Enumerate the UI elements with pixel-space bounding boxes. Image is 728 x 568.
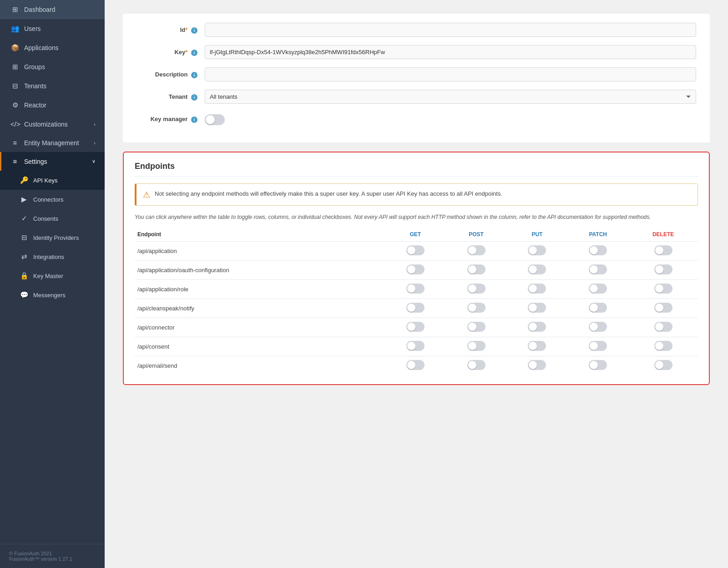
sidebar-item-users[interactable]: 👥 Users: [0, 19, 105, 38]
endpoint-toggle-post[interactable]: [467, 264, 485, 274]
sidebar-item-connectors[interactable]: ▶ Connectors: [0, 190, 105, 209]
tenant-select[interactable]: All tenants Default: [205, 90, 696, 104]
table-row[interactable]: /api/connector: [135, 318, 698, 337]
endpoint-toggle-delete[interactable]: [654, 360, 672, 370]
endpoint-toggle-delete[interactable]: [654, 284, 672, 294]
endpoint-toggle-post[interactable]: [467, 341, 485, 351]
toggle-cell-post: [446, 280, 507, 299]
id-input[interactable]: [205, 23, 696, 37]
sidebar-item-label: Dashboard: [24, 6, 56, 13]
sidebar-item-customizations[interactable]: </> Customizations ›: [0, 115, 105, 133]
endpoint-toggle-post[interactable]: [467, 360, 485, 370]
users-icon: 👥: [10, 25, 20, 33]
endpoint-toggle-get[interactable]: [406, 245, 425, 255]
endpoint-toggle-post[interactable]: [467, 303, 485, 313]
endpoint-toggle-delete[interactable]: [654, 341, 672, 351]
key-input[interactable]: [205, 45, 696, 59]
endpoint-toggle-get[interactable]: [406, 322, 425, 332]
sidebar-item-applications[interactable]: 📦 Applications: [0, 38, 105, 57]
table-row[interactable]: /api/application: [135, 242, 698, 261]
sidebar-footer: © FusionAuth 2021 FusionAuth™ version 1.…: [0, 544, 105, 568]
col-endpoint: Endpoint: [135, 228, 385, 242]
sidebar-item-dashboard[interactable]: ⊞ Dashboard: [0, 0, 105, 19]
id-info-icon[interactable]: i: [191, 27, 197, 34]
toggle-cell-delete: [628, 356, 698, 375]
key-manager-toggle[interactable]: [205, 114, 225, 125]
col-put[interactable]: PUT: [507, 228, 568, 242]
endpoint-toggle-patch[interactable]: [589, 284, 607, 294]
toggle-cell-patch: [567, 242, 628, 261]
sidebar-item-label: Identity Providers: [33, 234, 79, 241]
endpoint-toggle-get[interactable]: [406, 303, 425, 313]
sidebar-item-groups[interactable]: ⊞ Groups: [0, 57, 105, 76]
toggle-cell-patch: [567, 299, 628, 318]
toggle-cell-get: [385, 242, 446, 261]
sidebar-item-settings[interactable]: ≡ Settings ∨: [0, 152, 105, 171]
endpoint-toggle-delete[interactable]: [654, 264, 672, 274]
warning-banner: ⚠ Not selecting any endpoint methods wil…: [135, 183, 698, 206]
sidebar-item-label: Messengers: [33, 292, 66, 299]
toggle-cell-get: [385, 280, 446, 299]
endpoint-toggle-patch[interactable]: [589, 264, 607, 274]
endpoint-toggle-put[interactable]: [528, 264, 546, 274]
toggle-cell-post: [446, 337, 507, 356]
col-post[interactable]: POST: [446, 228, 507, 242]
table-row[interactable]: /api/application/role: [135, 280, 698, 299]
table-row[interactable]: /api/cleanspeak/notify: [135, 299, 698, 318]
endpoint-toggle-get[interactable]: [406, 360, 425, 370]
col-delete[interactable]: DELETE: [628, 228, 698, 242]
endpoint-toggle-delete[interactable]: [654, 322, 672, 332]
sidebar-item-integrations[interactable]: ⇄ Integrations: [0, 247, 105, 266]
key-label: Key* i: [136, 45, 205, 56]
endpoint-toggle-get[interactable]: [406, 284, 425, 294]
description-info-icon[interactable]: i: [191, 72, 197, 78]
sidebar-item-tenants[interactable]: ⊟ Tenants: [0, 76, 105, 96]
toggle-cell-get: [385, 318, 446, 337]
endpoint-toggle-patch[interactable]: [589, 303, 607, 313]
key-info-icon[interactable]: i: [191, 50, 197, 56]
sidebar-item-api-keys[interactable]: 🔑 API Keys: [0, 171, 105, 190]
sidebar-item-key-master[interactable]: 🔒 Key Master: [0, 266, 105, 285]
toggle-cell-get: [385, 337, 446, 356]
endpoint-toggle-patch[interactable]: [589, 322, 607, 332]
endpoint-toggle-put[interactable]: [528, 341, 546, 351]
endpoint-toggle-put[interactable]: [528, 303, 546, 313]
endpoint-toggle-post[interactable]: [467, 322, 485, 332]
endpoint-toggle-post[interactable]: [467, 245, 485, 255]
table-row[interactable]: /api/application/oauth-configuration: [135, 261, 698, 280]
sidebar-item-consents[interactable]: ✓ Consents: [0, 209, 105, 228]
sidebar-item-identity-providers[interactable]: ⊟ Identity Providers: [0, 228, 105, 247]
endpoint-toggle-put[interactable]: [528, 360, 546, 370]
description-input[interactable]: [205, 67, 696, 81]
endpoint-path: /api/consent: [135, 337, 385, 356]
toggle-cell-put: [507, 337, 568, 356]
endpoint-toggle-patch[interactable]: [589, 245, 607, 255]
description-label: Description i: [136, 67, 205, 78]
endpoint-toggle-delete[interactable]: [654, 245, 672, 255]
endpoint-toggle-get[interactable]: [406, 264, 425, 274]
endpoint-toggle-put[interactable]: [528, 322, 546, 332]
key-master-icon: 🔒: [20, 272, 29, 280]
form-section: Id* i Key* i Description i Tenant: [123, 14, 710, 142]
endpoint-toggle-put[interactable]: [528, 284, 546, 294]
sidebar-item-reactor[interactable]: ⚙ Reactor: [0, 96, 105, 115]
toggle-cell-delete: [628, 261, 698, 280]
col-get[interactable]: GET: [385, 228, 446, 242]
sidebar-item-entity-management[interactable]: ≡ Entity Management ›: [0, 133, 105, 152]
sidebar-item-messengers[interactable]: 💬 Messengers: [0, 285, 105, 304]
col-patch[interactable]: PATCH: [567, 228, 628, 242]
key-manager-info-icon[interactable]: i: [191, 117, 197, 123]
endpoint-toggle-post[interactable]: [467, 284, 485, 294]
table-row[interactable]: /api/email/send: [135, 356, 698, 375]
toggle-cell-put: [507, 356, 568, 375]
endpoint-toggle-patch[interactable]: [589, 360, 607, 370]
endpoints-table: Endpoint GET POST PUT PATCH DELETE /api/…: [135, 228, 698, 375]
toggle-cell-delete: [628, 280, 698, 299]
endpoint-toggle-patch[interactable]: [589, 341, 607, 351]
endpoint-toggle-delete[interactable]: [654, 303, 672, 313]
endpoint-toggle-put[interactable]: [528, 245, 546, 255]
tenant-info-icon[interactable]: i: [191, 94, 197, 101]
dashboard-icon: ⊞: [10, 5, 20, 14]
table-row[interactable]: /api/consent: [135, 337, 698, 356]
endpoint-toggle-get[interactable]: [406, 341, 425, 351]
